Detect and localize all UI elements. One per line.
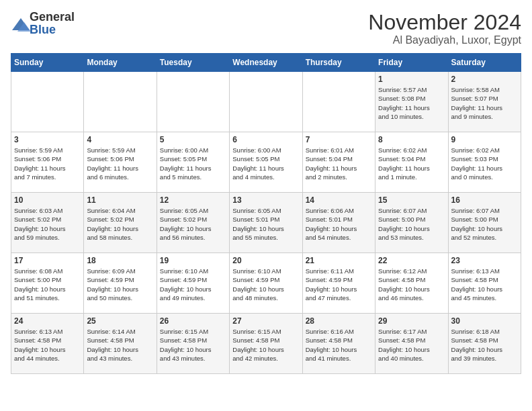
day-number: 3 xyxy=(14,135,81,144)
day-info: Sunrise: 6:18 AM Sunset: 4:58 PM Dayligh… xyxy=(451,327,518,363)
weekday-header-saturday: Saturday xyxy=(448,54,521,72)
day-cell: 16Sunrise: 6:07 AM Sunset: 5:00 PM Dayli… xyxy=(448,193,521,253)
day-cell: 14Sunrise: 6:06 AM Sunset: 5:01 PM Dayli… xyxy=(302,193,375,253)
day-info: Sunrise: 5:59 AM Sunset: 5:06 PM Dayligh… xyxy=(87,146,153,181)
week-row-1: 1Sunrise: 5:57 AM Sunset: 5:08 PM Daylig… xyxy=(11,72,521,132)
day-number: 23 xyxy=(451,256,518,265)
day-cell: 1Sunrise: 5:57 AM Sunset: 5:08 PM Daylig… xyxy=(375,72,448,132)
day-cell xyxy=(84,72,157,132)
day-cell: 29Sunrise: 6:17 AM Sunset: 4:58 PM Dayli… xyxy=(375,314,448,374)
day-number: 21 xyxy=(306,256,372,265)
day-cell: 3Sunrise: 5:59 AM Sunset: 5:06 PM Daylig… xyxy=(11,132,84,193)
day-info: Sunrise: 6:05 AM Sunset: 5:01 PM Dayligh… xyxy=(232,206,299,242)
day-info: Sunrise: 6:07 AM Sunset: 5:00 PM Dayligh… xyxy=(378,206,445,242)
day-cell xyxy=(302,72,375,132)
logo-icon xyxy=(11,17,27,30)
day-cell: 20Sunrise: 6:10 AM Sunset: 4:59 PM Dayli… xyxy=(230,253,302,314)
weekday-header-tuesday: Tuesday xyxy=(157,54,229,72)
day-cell: 8Sunrise: 6:02 AM Sunset: 5:04 PM Daylig… xyxy=(375,132,448,193)
weekday-header-friday: Friday xyxy=(375,54,448,72)
day-cell: 17Sunrise: 6:08 AM Sunset: 5:00 PM Dayli… xyxy=(11,253,84,314)
day-cell: 21Sunrise: 6:11 AM Sunset: 4:59 PM Dayli… xyxy=(302,253,375,314)
day-number: 12 xyxy=(160,195,226,205)
day-number: 26 xyxy=(160,316,226,326)
day-number: 11 xyxy=(87,195,153,205)
day-number: 24 xyxy=(14,316,81,326)
day-info: Sunrise: 6:15 AM Sunset: 4:58 PM Dayligh… xyxy=(232,327,299,363)
weekday-header-wednesday: Wednesday xyxy=(230,54,302,72)
calendar-body: 1Sunrise: 5:57 AM Sunset: 5:08 PM Daylig… xyxy=(11,72,521,374)
day-number: 7 xyxy=(306,135,372,144)
weekday-header-row: SundayMondayTuesdayWednesdayThursdayFrid… xyxy=(11,54,521,72)
day-info: Sunrise: 6:02 AM Sunset: 5:03 PM Dayligh… xyxy=(451,146,518,181)
day-number: 29 xyxy=(378,316,445,326)
day-info: Sunrise: 6:00 AM Sunset: 5:05 PM Dayligh… xyxy=(160,146,226,181)
day-cell: 6Sunrise: 6:00 AM Sunset: 5:05 PM Daylig… xyxy=(230,132,302,193)
day-number: 14 xyxy=(306,195,372,205)
day-cell: 7Sunrise: 6:01 AM Sunset: 5:04 PM Daylig… xyxy=(302,132,375,193)
weekday-header-sunday: Sunday xyxy=(11,54,84,72)
weekday-header-thursday: Thursday xyxy=(302,54,375,72)
day-number: 8 xyxy=(378,135,445,144)
logo-general: General xyxy=(30,10,75,24)
day-info: Sunrise: 6:13 AM Sunset: 4:58 PM Dayligh… xyxy=(451,267,518,302)
day-number: 2 xyxy=(451,75,518,84)
day-cell: 26Sunrise: 6:15 AM Sunset: 4:58 PM Dayli… xyxy=(157,314,229,374)
day-cell: 2Sunrise: 5:58 AM Sunset: 5:07 PM Daylig… xyxy=(448,72,521,132)
day-info: Sunrise: 6:13 AM Sunset: 4:58 PM Dayligh… xyxy=(14,327,81,363)
logo-blue: Blue xyxy=(30,23,56,36)
day-info: Sunrise: 6:04 AM Sunset: 5:02 PM Dayligh… xyxy=(87,206,153,242)
day-number: 5 xyxy=(160,135,226,144)
logo-text: General Blue xyxy=(30,11,75,36)
day-info: Sunrise: 6:03 AM Sunset: 5:02 PM Dayligh… xyxy=(14,206,81,242)
day-cell: 5Sunrise: 6:00 AM Sunset: 5:05 PM Daylig… xyxy=(157,132,229,193)
day-number: 25 xyxy=(87,316,153,326)
day-cell: 28Sunrise: 6:16 AM Sunset: 4:58 PM Dayli… xyxy=(302,314,375,374)
day-cell: 25Sunrise: 6:14 AM Sunset: 4:58 PM Dayli… xyxy=(84,314,157,374)
day-cell: 4Sunrise: 5:59 AM Sunset: 5:06 PM Daylig… xyxy=(84,132,157,193)
day-number: 13 xyxy=(232,195,299,205)
day-number: 28 xyxy=(306,316,372,326)
day-cell: 22Sunrise: 6:12 AM Sunset: 4:58 PM Dayli… xyxy=(375,253,448,314)
day-info: Sunrise: 6:14 AM Sunset: 4:58 PM Dayligh… xyxy=(87,327,153,363)
location-title: Al Bayadiyah, Luxor, Egypt xyxy=(368,34,521,46)
day-cell: 13Sunrise: 6:05 AM Sunset: 5:01 PM Dayli… xyxy=(230,193,302,253)
day-number: 10 xyxy=(14,195,81,205)
day-cell: 10Sunrise: 6:03 AM Sunset: 5:02 PM Dayli… xyxy=(11,193,84,253)
day-cell: 30Sunrise: 6:18 AM Sunset: 4:58 PM Dayli… xyxy=(448,314,521,374)
week-row-3: 10Sunrise: 6:03 AM Sunset: 5:02 PM Dayli… xyxy=(11,193,521,253)
day-info: Sunrise: 6:01 AM Sunset: 5:04 PM Dayligh… xyxy=(306,146,372,181)
day-number: 4 xyxy=(87,135,153,144)
day-info: Sunrise: 6:05 AM Sunset: 5:02 PM Dayligh… xyxy=(160,206,226,242)
day-info: Sunrise: 6:07 AM Sunset: 5:00 PM Dayligh… xyxy=(451,206,518,242)
day-number: 17 xyxy=(14,256,81,265)
day-cell xyxy=(230,72,302,132)
day-number: 15 xyxy=(378,195,445,205)
day-info: Sunrise: 6:10 AM Sunset: 4:59 PM Dayligh… xyxy=(160,267,226,302)
day-number: 6 xyxy=(232,135,299,144)
day-cell: 9Sunrise: 6:02 AM Sunset: 5:03 PM Daylig… xyxy=(448,132,521,193)
day-cell xyxy=(157,72,229,132)
page-header: General Blue November 2024 Al Bayadiyah,… xyxy=(11,11,521,46)
day-info: Sunrise: 6:08 AM Sunset: 5:00 PM Dayligh… xyxy=(14,267,81,302)
day-info: Sunrise: 6:09 AM Sunset: 4:59 PM Dayligh… xyxy=(87,267,153,302)
day-number: 9 xyxy=(451,135,518,144)
day-cell: 23Sunrise: 6:13 AM Sunset: 4:58 PM Dayli… xyxy=(448,253,521,314)
week-row-2: 3Sunrise: 5:59 AM Sunset: 5:06 PM Daylig… xyxy=(11,132,521,193)
day-number: 27 xyxy=(232,316,299,326)
day-number: 16 xyxy=(451,195,518,205)
day-info: Sunrise: 5:59 AM Sunset: 5:06 PM Dayligh… xyxy=(14,146,81,181)
day-cell: 19Sunrise: 6:10 AM Sunset: 4:59 PM Dayli… xyxy=(157,253,229,314)
day-number: 22 xyxy=(378,256,445,265)
day-cell: 24Sunrise: 6:13 AM Sunset: 4:58 PM Dayli… xyxy=(11,314,84,374)
day-number: 1 xyxy=(378,75,445,84)
day-number: 18 xyxy=(87,256,153,265)
day-info: Sunrise: 6:12 AM Sunset: 4:58 PM Dayligh… xyxy=(378,267,445,302)
title-area: November 2024 Al Bayadiyah, Luxor, Egypt xyxy=(368,11,521,46)
month-title: November 2024 xyxy=(368,11,521,34)
day-info: Sunrise: 6:17 AM Sunset: 4:58 PM Dayligh… xyxy=(378,327,445,363)
day-info: Sunrise: 6:02 AM Sunset: 5:04 PM Dayligh… xyxy=(378,146,445,181)
day-number: 30 xyxy=(451,316,518,326)
weekday-header-monday: Monday xyxy=(84,54,157,72)
day-info: Sunrise: 6:06 AM Sunset: 5:01 PM Dayligh… xyxy=(306,206,372,242)
